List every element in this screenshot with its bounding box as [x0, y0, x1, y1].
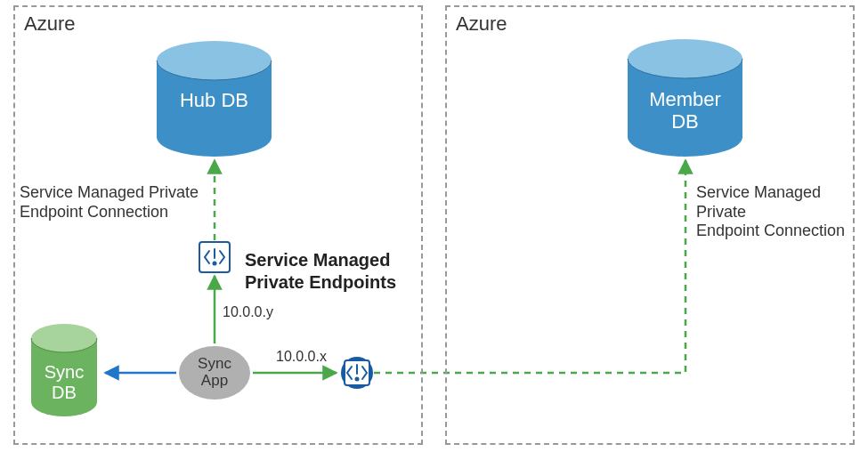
- svg-point-10: [355, 377, 360, 382]
- ip-y: 10.0.0.y: [223, 304, 273, 320]
- member-db: Member DB: [621, 36, 750, 160]
- private-endpoint-y: [198, 240, 231, 274]
- connection-label-left: Service Managed Private Endpoint Connect…: [20, 183, 199, 222]
- svg-point-6: [213, 262, 217, 266]
- azure-region-right-title: Azure: [456, 12, 507, 36]
- private-endpoint-icon: [198, 240, 231, 274]
- sync-app-label: Sync App: [178, 345, 251, 400]
- private-endpoint-x: [340, 356, 374, 390]
- connection-label-right: Service Managed Private Endpoint Connect…: [696, 183, 868, 241]
- hub-db: Hub DB: [150, 37, 279, 160]
- private-endpoint-icon: [340, 356, 374, 390]
- ip-x: 10.0.0.x: [276, 349, 327, 365]
- sync-db-label: Sync DB: [27, 362, 101, 403]
- sync-app: Sync App: [178, 345, 251, 400]
- sync-db: Sync DB: [27, 322, 101, 418]
- private-endpoints-title: Service Managed Private Endpoints: [245, 249, 396, 294]
- member-db-label: Member DB: [621, 88, 750, 133]
- azure-region-left-title: Azure: [24, 12, 75, 36]
- hub-db-label: Hub DB: [150, 89, 279, 111]
